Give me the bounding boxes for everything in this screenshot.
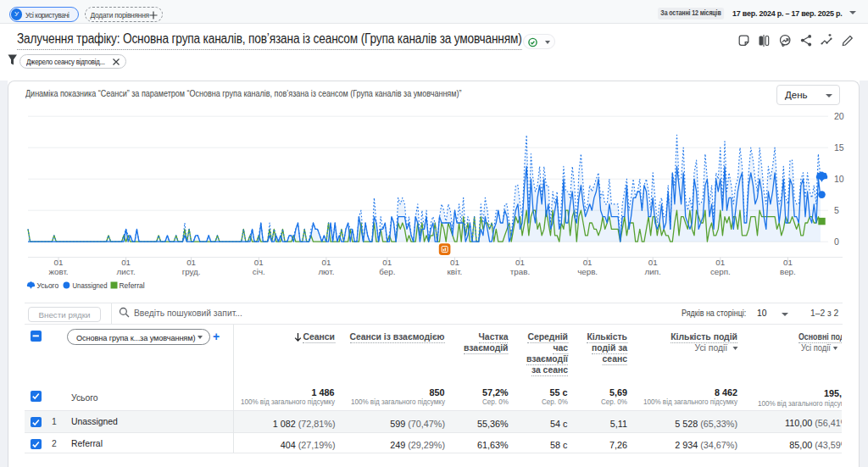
- svg-text:01: 01: [583, 258, 593, 267]
- svg-text:Unassigned: Unassigned: [73, 281, 108, 290]
- svg-text:01: 01: [121, 258, 131, 267]
- svg-text:01: 01: [54, 258, 64, 267]
- svg-text:Усього: Усього: [37, 281, 59, 290]
- svg-text:вер.: вер.: [780, 267, 796, 276]
- svg-text:бер.: бер.: [379, 267, 395, 276]
- svg-text:Referral: Referral: [120, 281, 145, 290]
- svg-text:жовт.: жовт.: [48, 267, 68, 276]
- svg-text:лист.: лист.: [116, 267, 135, 276]
- svg-text:01: 01: [648, 258, 658, 267]
- svg-text:черв.: черв.: [577, 267, 598, 276]
- svg-text:01: 01: [715, 258, 725, 267]
- svg-text:01: 01: [186, 258, 196, 267]
- svg-text:01: 01: [382, 258, 392, 267]
- svg-text:01: 01: [515, 258, 525, 267]
- svg-text:лют.: лют.: [318, 267, 334, 276]
- svg-text:лип.: лип.: [645, 267, 661, 276]
- svg-text:01: 01: [783, 258, 793, 267]
- svg-text:15: 15: [834, 142, 844, 153]
- svg-text:серп.: серп.: [710, 267, 731, 276]
- svg-text:01: 01: [450, 258, 459, 267]
- svg-text:20: 20: [834, 111, 844, 121]
- svg-text:01: 01: [321, 258, 331, 267]
- svg-text:квіт.: квіт.: [448, 267, 463, 276]
- svg-text:0: 0: [834, 236, 839, 247]
- svg-text:01: 01: [254, 258, 264, 267]
- svg-text:5: 5: [834, 205, 839, 215]
- svg-text:10: 10: [834, 174, 844, 184]
- svg-text:трав.: трав.: [510, 267, 530, 276]
- svg-text:груд.: груд.: [182, 267, 201, 276]
- svg-text:січ.: січ.: [253, 267, 265, 276]
